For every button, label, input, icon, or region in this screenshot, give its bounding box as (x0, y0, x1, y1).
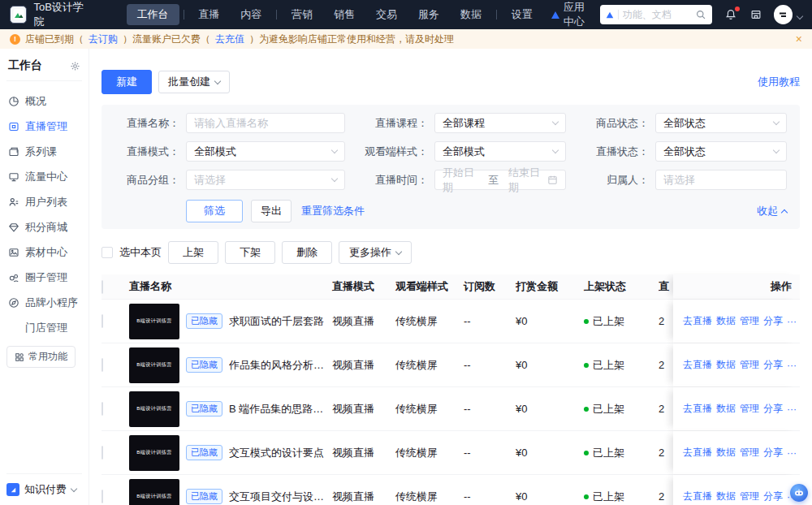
live-thumbnail: B端设计训练营 (129, 391, 179, 427)
nav-item-trade[interactable]: 交易 (365, 4, 408, 25)
create-button[interactable]: 新建 (102, 70, 152, 94)
share-link[interactable]: 分享 (763, 402, 783, 416)
row-checkbox[interactable] (102, 358, 103, 372)
sidebar-item-points-mall[interactable]: 积分商城 (6, 214, 82, 240)
nav-item-sales[interactable]: 销售 (323, 4, 365, 25)
collapse-filters-link[interactable]: 收起 (757, 204, 787, 218)
data-link[interactable]: 数据 (716, 446, 736, 460)
data-link[interactable]: 数据 (716, 314, 736, 328)
account-chevron-icon[interactable] (797, 7, 802, 22)
sidebar-item-series-course[interactable]: 系列课 (6, 139, 82, 164)
store-button[interactable] (749, 8, 762, 21)
hidden-badge: 已隐藏 (186, 401, 222, 417)
data-link[interactable]: 数据 (716, 402, 736, 416)
row-checkbox[interactable] (102, 402, 103, 416)
assistant-robot-button[interactable] (790, 484, 808, 502)
search-input[interactable] (623, 9, 692, 20)
recharge-link[interactable]: 去充值 (215, 32, 244, 46)
sidebar-item-user-list[interactable]: 用户列表 (6, 189, 82, 214)
delete-button[interactable]: 删除 (282, 241, 332, 264)
more-ops-link[interactable]: ··· (787, 447, 797, 459)
sidebar-item-live-management[interactable]: 直播管理 (6, 114, 82, 139)
user-avatar[interactable] (774, 5, 793, 24)
go-live-link[interactable]: 去直播 (683, 446, 712, 460)
global-search[interactable] (600, 5, 712, 24)
status-cell: 已上架 (584, 358, 659, 373)
filter-panel: 直播名称： 直播课程： 全部课程 商品状态： 全部状态 直播模式： 全部模式 观… (102, 105, 800, 229)
reset-filters-link[interactable]: 重置筛选条件 (301, 204, 365, 218)
filter-button[interactable]: 筛选 (186, 200, 243, 222)
nav-item-content[interactable]: 内容 (230, 4, 272, 25)
tutorial-link[interactable]: 使用教程 (758, 75, 800, 89)
more-ops-link[interactable]: ··· (787, 316, 797, 327)
share-link[interactable]: 分享 (763, 490, 783, 503)
go-live-link[interactable]: 去直播 (683, 358, 712, 372)
more-ops-link[interactable]: ··· (787, 360, 797, 371)
nav-item-data[interactable]: 数据 (450, 4, 492, 25)
select-all-checkbox[interactable] (102, 280, 103, 294)
publish-button[interactable]: 上架 (168, 241, 218, 264)
nav-item-settings[interactable]: 设置 (501, 4, 543, 25)
owner-select[interactable]: 请选择 (655, 170, 787, 190)
viewer-style-select[interactable]: 全部模式 (434, 141, 566, 162)
time-cell-clipped: 2 (659, 403, 673, 415)
live-title: 交互模式的设计要点 (229, 446, 324, 460)
warning-banner: ! 店铺已到期（ 去订购 ）流量账户已欠费（ 去充值 ）为避免影响店铺正常使用和… (0, 29, 812, 49)
live-status-select[interactable]: 全部状态 (655, 141, 787, 162)
nav-item-workbench[interactable]: 工作台 (127, 4, 179, 25)
live-course-select[interactable]: 全部课程 (434, 113, 566, 133)
row-checkbox-cell (102, 315, 129, 327)
batch-create-button[interactable]: 批量创建 (158, 71, 230, 93)
manage-link[interactable]: 管理 (740, 358, 759, 372)
table-body: B端设计训练营 已隐藏 求职面试的千层套路 视频直播 传统横屏 -- ¥0 已上… (102, 300, 800, 505)
nav-item-live[interactable]: 直播 (188, 4, 230, 25)
sidebar-item-material-center[interactable]: 素材中心 (6, 240, 82, 265)
row-checkbox[interactable] (102, 314, 103, 328)
export-button[interactable]: 导出 (251, 200, 292, 222)
operations-cell: 去直播 数据 管理 分享 ··· (673, 300, 800, 343)
more-actions-button[interactable]: 更多操作 (339, 241, 412, 264)
search-icon[interactable] (696, 10, 706, 20)
sidebar-settings-button[interactable] (70, 61, 80, 71)
product-group-select[interactable]: 请选择 (186, 170, 345, 190)
data-link[interactable]: 数据 (716, 490, 736, 503)
go-live-link[interactable]: 去直播 (683, 402, 712, 416)
share-link[interactable]: 分享 (763, 358, 783, 372)
search-divider (618, 10, 619, 19)
app-center-label: 应用中心 (564, 0, 592, 29)
more-ops-link[interactable]: ··· (787, 404, 797, 415)
manage-link[interactable]: 管理 (740, 446, 759, 460)
go-live-link[interactable]: 去直播 (683, 314, 712, 328)
go-live-link[interactable]: 去直播 (683, 490, 712, 503)
data-link[interactable]: 数据 (716, 358, 736, 372)
product-status-select[interactable]: 全部状态 (655, 113, 787, 133)
chevron-down-icon (71, 485, 77, 491)
sidebar-item-brand-miniapp[interactable]: 品牌小程序 (6, 290, 82, 315)
sidebar-item-circle-management[interactable]: 圈子管理 (6, 265, 82, 290)
nav-item-service[interactable]: 服务 (408, 4, 450, 25)
live-name-input[interactable] (194, 117, 337, 129)
unpublish-button[interactable]: 下架 (225, 241, 275, 264)
manage-link[interactable]: 管理 (740, 402, 759, 416)
row-checkbox-cell (102, 447, 129, 459)
live-time-range-picker[interactable]: 开始日期 至 结束日期 (434, 170, 566, 190)
common-functions-button[interactable]: 常用功能 (6, 346, 76, 368)
banner-close-icon[interactable]: × (796, 32, 802, 45)
nav-item-marketing[interactable]: 营销 (281, 4, 323, 25)
nav-item-app-center[interactable]: 应用中心 (543, 0, 600, 32)
renew-link[interactable]: 去订购 (89, 32, 118, 46)
select-page-checkbox[interactable] (102, 247, 113, 258)
manage-link[interactable]: 管理 (740, 314, 759, 328)
sidebar-item-traffic-center[interactable]: 流量中心 (6, 164, 82, 189)
row-checkbox[interactable] (102, 446, 103, 460)
live-mode-select[interactable]: 全部模式 (186, 141, 345, 162)
knowledge-pay-switcher[interactable]: 知识付费 (6, 473, 82, 497)
sidebar-item-overview[interactable]: 概况 (6, 88, 82, 114)
share-link[interactable]: 分享 (763, 446, 783, 460)
manage-link[interactable]: 管理 (740, 490, 759, 503)
sidebar-item-label: 用户列表 (25, 195, 67, 209)
row-checkbox[interactable] (102, 490, 103, 503)
share-link[interactable]: 分享 (763, 314, 783, 328)
notification-bell-button[interactable] (724, 8, 737, 21)
sidebar-item-store-management[interactable]: 门店管理 (6, 315, 82, 340)
